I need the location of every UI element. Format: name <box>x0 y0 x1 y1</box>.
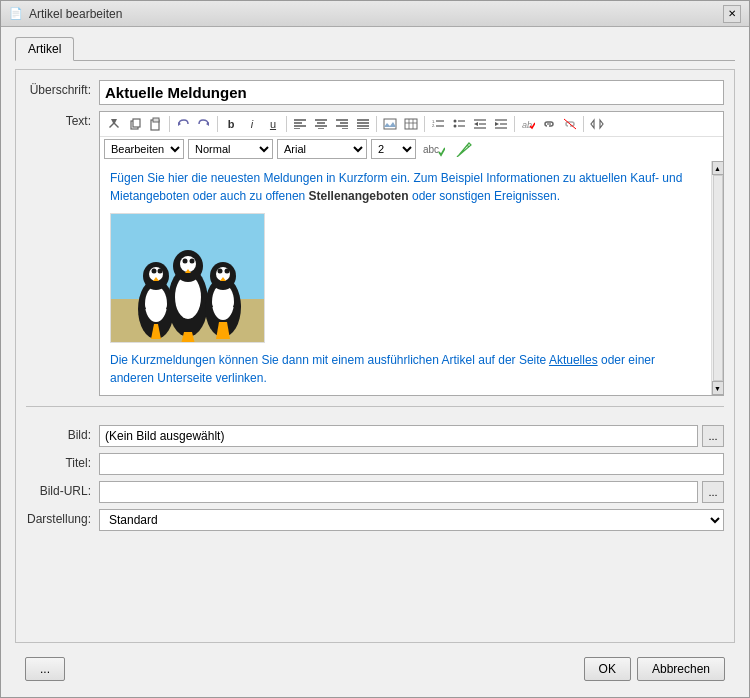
titel-label: Titel: <box>26 453 91 470</box>
editor-scrollbar[interactable]: ▲ ▼ <box>711 161 723 395</box>
bottom-left-button[interactable]: ... <box>25 657 65 681</box>
svg-marker-37 <box>474 122 478 126</box>
toolbar-row1: b i u <box>100 112 723 137</box>
svg-rect-24 <box>405 119 417 129</box>
ueberschrift-input[interactable] <box>99 80 724 105</box>
svg-point-78 <box>218 269 223 274</box>
ordered-list-button[interactable]: 1.2. <box>428 114 448 134</box>
italic-button[interactable]: i <box>242 114 262 134</box>
sep6 <box>514 116 515 132</box>
cut-button[interactable] <box>104 114 124 134</box>
svg-marker-47 <box>591 120 594 128</box>
svg-point-58 <box>152 269 157 274</box>
indent-increase-button[interactable] <box>491 114 511 134</box>
bild-input[interactable] <box>99 425 698 447</box>
svg-point-68 <box>183 259 188 264</box>
bild-row: Bild: ... <box>26 425 724 447</box>
text-label: Text: <box>26 111 91 128</box>
toolbar-row2: Bearbeiten Normal Überschrift 1 Überschr… <box>100 137 723 161</box>
editor-container: b i u <box>99 111 724 396</box>
sep5 <box>424 116 425 132</box>
spell-icon[interactable]: abc <box>420 139 448 159</box>
tab-bar: Artikel <box>15 37 735 61</box>
editor-paragraph2-start: Die Kurzmeldungen können Sie dann mit ei… <box>110 353 549 367</box>
window-title: Artikel bearbeiten <box>29 7 122 21</box>
undo-button[interactable] <box>173 114 193 134</box>
bottom-bar: ... OK Abbrechen <box>15 651 735 687</box>
svg-marker-50 <box>457 143 471 157</box>
highlight-button[interactable] <box>452 139 476 159</box>
title-bar-left: 📄 Artikel bearbeiten <box>9 7 122 21</box>
insert-image-button[interactable] <box>380 114 400 134</box>
titel-field-wrapper <box>99 453 724 475</box>
sep2 <box>217 116 218 132</box>
ueberschrift-row: Überschrift: <box>26 80 724 105</box>
svg-point-59 <box>158 269 163 274</box>
font-dropdown[interactable]: Arial Times New Roman Verdana <box>277 139 367 159</box>
svg-rect-1 <box>133 119 140 127</box>
bearbeiten-dropdown[interactable]: Bearbeiten <box>104 139 184 159</box>
bild-url-field-wrapper: ... <box>99 481 724 503</box>
divider <box>26 406 724 407</box>
editor-link[interactable]: Aktuelles <box>549 353 598 367</box>
editor-paragraph1-end: oder sonstigen Ereignissen. <box>409 189 560 203</box>
darstellung-select[interactable]: Standard Galerie Slideshow <box>99 509 724 531</box>
sep3 <box>286 116 287 132</box>
insert-link-button[interactable] <box>539 114 559 134</box>
bild-field-wrapper: ... <box>99 425 724 447</box>
scroll-up-button[interactable]: ▲ <box>712 161 724 175</box>
editor-content[interactable]: Fügen Sie hier die neuesten Meldungen in… <box>100 161 711 395</box>
svg-marker-48 <box>600 120 603 128</box>
editor-with-scroll: Fügen Sie hier die neuesten Meldungen in… <box>100 161 723 395</box>
svg-text:abc: abc <box>423 144 439 155</box>
tab-artikel[interactable]: Artikel <box>15 37 74 61</box>
underline-button[interactable]: u <box>263 114 283 134</box>
svg-text:ab: ab <box>522 120 532 130</box>
bild-browse-button[interactable]: ... <box>702 425 724 447</box>
justify-button[interactable] <box>353 114 373 134</box>
bild-url-row: Bild-URL: ... <box>26 481 724 503</box>
svg-marker-41 <box>495 122 499 126</box>
ueberschrift-label: Überschrift: <box>26 80 91 97</box>
remove-link-button[interactable] <box>560 114 580 134</box>
align-right-button[interactable] <box>332 114 352 134</box>
sep7 <box>583 116 584 132</box>
window-content: Artikel Überschrift: Text: <box>1 27 749 697</box>
insert-table-button[interactable] <box>401 114 421 134</box>
svg-point-34 <box>454 125 457 128</box>
format-dropdown[interactable]: Normal Überschrift 1 Überschrift 2 <box>188 139 273 159</box>
close-button[interactable]: ✕ <box>723 5 741 23</box>
indent-decrease-button[interactable] <box>470 114 490 134</box>
text-row: Text: <box>26 111 724 396</box>
scroll-down-button[interactable]: ▼ <box>712 381 724 395</box>
align-center-button[interactable] <box>311 114 331 134</box>
paste-button[interactable] <box>146 114 166 134</box>
form-section: Überschrift: Text: <box>15 69 735 643</box>
sep4 <box>376 116 377 132</box>
svg-rect-22 <box>384 119 396 129</box>
source-button[interactable] <box>587 114 607 134</box>
bild-url-label: Bild-URL: <box>26 481 91 498</box>
titel-input[interactable] <box>99 453 724 475</box>
ok-button[interactable]: OK <box>584 657 631 681</box>
bild-url-browse-button[interactable]: ... <box>702 481 724 503</box>
title-bar: 📄 Artikel bearbeiten ✕ <box>1 1 749 27</box>
bold-button[interactable]: b <box>221 114 241 134</box>
bottom-fields: Bild: ... Titel: Bild-URL: <box>26 425 724 531</box>
svg-text:2.: 2. <box>432 123 435 128</box>
svg-point-32 <box>454 120 457 123</box>
editor-bold-text: Stellenangeboten <box>309 189 409 203</box>
redo-button[interactable] <box>194 114 214 134</box>
size-dropdown[interactable]: 1 2 3 4 <box>371 139 416 159</box>
align-left-button[interactable] <box>290 114 310 134</box>
sep1 <box>169 116 170 132</box>
unordered-list-button[interactable] <box>449 114 469 134</box>
darstellung-label: Darstellung: <box>26 509 91 526</box>
abbrechen-button[interactable]: Abbrechen <box>637 657 725 681</box>
svg-marker-23 <box>384 122 396 127</box>
copy-button[interactable] <box>125 114 145 134</box>
svg-point-79 <box>225 269 230 274</box>
ueberschrift-field-value <box>99 80 724 105</box>
bild-url-input[interactable] <box>99 481 698 503</box>
spellcheck-button[interactable]: ab <box>518 114 538 134</box>
